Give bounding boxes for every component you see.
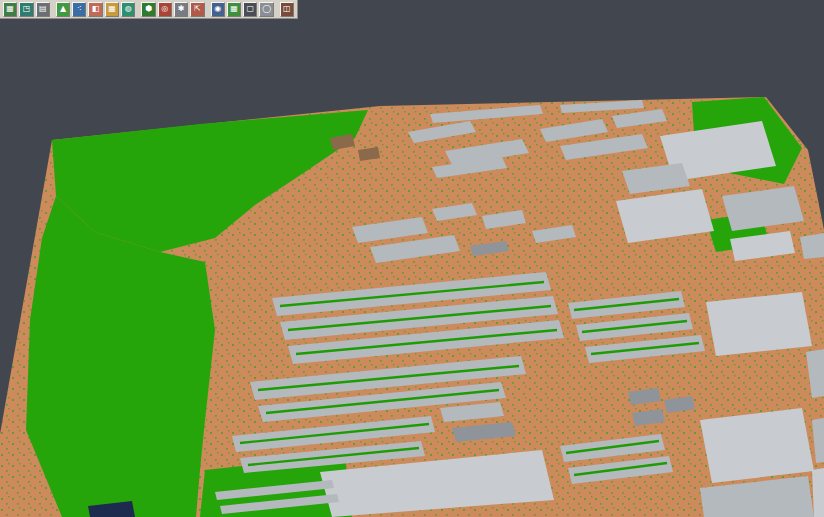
settings-icon[interactable]: ✱ — [174, 2, 188, 17]
camera-icon[interactable]: ◉ — [211, 2, 225, 17]
colorize-icon[interactable]: ◧ — [88, 2, 102, 17]
building-roof — [706, 292, 812, 356]
cube-icon[interactable]: ▢ — [243, 2, 257, 17]
grid-icon[interactable]: ▦ — [227, 2, 241, 17]
terrain-icon[interactable]: ▲ — [56, 2, 70, 17]
profile-icon[interactable]: ◫ — [280, 2, 294, 17]
3d-viewport[interactable] — [0, 0, 824, 517]
building-roof — [812, 468, 824, 517]
point-cloud-scene[interactable] — [0, 0, 824, 517]
mesh-icon[interactable]: ◍ — [121, 2, 135, 17]
globe-icon[interactable]: ◯ — [259, 2, 273, 17]
target-icon[interactable]: ◎ — [158, 2, 172, 17]
texture-icon[interactable]: ▦ — [105, 2, 119, 17]
building-roof — [700, 408, 814, 483]
import-icon[interactable]: ◳ — [19, 2, 33, 17]
building-roof — [800, 233, 824, 259]
save-icon[interactable]: ▤ — [36, 2, 50, 17]
classify-icon[interactable]: ⬢ — [141, 2, 155, 17]
layers-icon[interactable]: ▦ — [3, 2, 17, 17]
main-toolbar: ▦◳▤▲⁖◧▦◍⬢◎✱⇱◉▦▢◯◫ — [0, 0, 298, 19]
pointcloud-icon[interactable]: ⁖ — [72, 2, 86, 17]
measure-icon[interactable]: ⇱ — [190, 2, 204, 17]
